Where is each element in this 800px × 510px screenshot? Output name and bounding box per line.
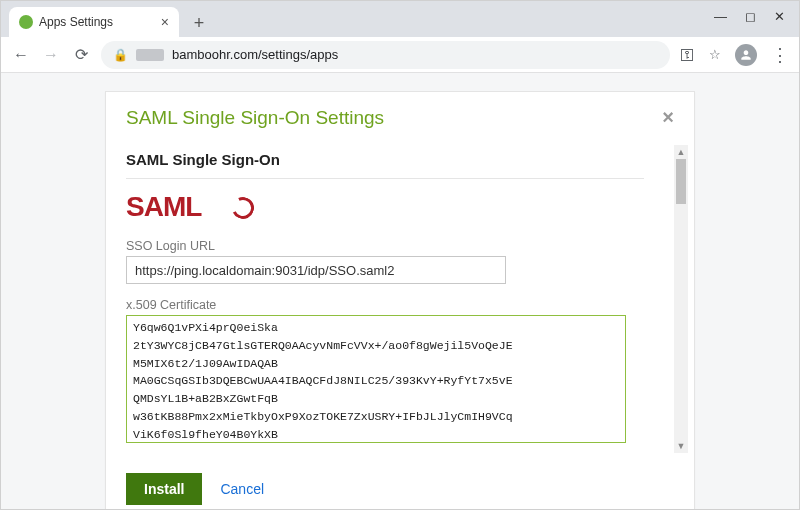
scroll-up-icon[interactable]: ▲ xyxy=(674,145,688,159)
page-content: SAML Single Sign-On Settings × SAML Sing… xyxy=(1,73,799,509)
browser-tab[interactable]: Apps Settings × xyxy=(9,7,179,37)
new-tab-button[interactable]: + xyxy=(185,9,213,37)
tab-close-icon[interactable]: × xyxy=(161,14,169,30)
forward-button[interactable]: → xyxy=(41,46,61,64)
minimize-button[interactable]: — xyxy=(714,9,727,24)
url-text: bamboohr.com/settings/apps xyxy=(172,47,338,62)
menu-icon[interactable]: ⋮ xyxy=(771,44,789,66)
modal-scrollbar[interactable]: ▲ ▼ xyxy=(674,145,688,453)
url-subdomain-blur xyxy=(136,49,164,61)
modal-footer: Install Cancel xyxy=(106,459,694,510)
reload-button[interactable]: ⟳ xyxy=(71,45,91,64)
sso-url-input[interactable] xyxy=(126,256,506,284)
saml-logo: SAML xyxy=(126,193,254,225)
sso-url-label: SSO Login URL xyxy=(126,239,644,253)
saml-logo-text: SAML xyxy=(126,191,201,222)
scroll-down-icon[interactable]: ▼ xyxy=(674,439,688,453)
window-controls: — ◻ ✕ xyxy=(700,1,799,31)
section-title: SAML Single Sign-On xyxy=(126,139,644,179)
profile-avatar[interactable] xyxy=(735,44,757,66)
cert-label: x.509 Certificate xyxy=(126,298,644,312)
address-bar[interactable]: 🔒 bamboohr.com/settings/apps xyxy=(101,41,670,69)
person-icon xyxy=(739,48,753,62)
modal-body: SAML Single Sign-On SAML SSO Login URL x… xyxy=(106,139,694,459)
sso-url-field: SSO Login URL xyxy=(126,239,644,284)
saml-swoosh-icon xyxy=(229,194,257,222)
tab-strip: Apps Settings × + xyxy=(1,1,799,37)
toolbar-right: ⚿ ☆ ⋮ xyxy=(680,44,789,66)
maximize-button[interactable]: ◻ xyxy=(745,9,756,24)
lock-icon: 🔒 xyxy=(113,48,128,62)
modal-header: SAML Single Sign-On Settings × xyxy=(106,92,694,139)
close-window-button[interactable]: ✕ xyxy=(774,9,785,24)
tab-title: Apps Settings xyxy=(39,15,155,29)
modal-close-icon[interactable]: × xyxy=(662,106,674,129)
favicon-icon xyxy=(19,15,33,29)
cert-field: x.509 Certificate Y6qw6Q1vPXi4prQ0eiSka2… xyxy=(126,298,644,443)
key-icon[interactable]: ⚿ xyxy=(680,46,695,63)
saml-settings-modal: SAML Single Sign-On Settings × SAML Sing… xyxy=(105,91,695,510)
back-button[interactable]: ← xyxy=(11,46,31,64)
cancel-button[interactable]: Cancel xyxy=(220,481,264,497)
scroll-thumb[interactable] xyxy=(676,159,686,204)
install-button[interactable]: Install xyxy=(126,473,202,505)
cert-textarea[interactable]: Y6qw6Q1vPXi4prQ0eiSka2tY3WYC8jCB47GtlsGT… xyxy=(126,315,626,443)
modal-title: SAML Single Sign-On Settings xyxy=(126,107,384,129)
star-icon[interactable]: ☆ xyxy=(709,47,721,62)
browser-toolbar: ← → ⟳ 🔒 bamboohr.com/settings/apps ⚿ ☆ ⋮ xyxy=(1,37,799,73)
